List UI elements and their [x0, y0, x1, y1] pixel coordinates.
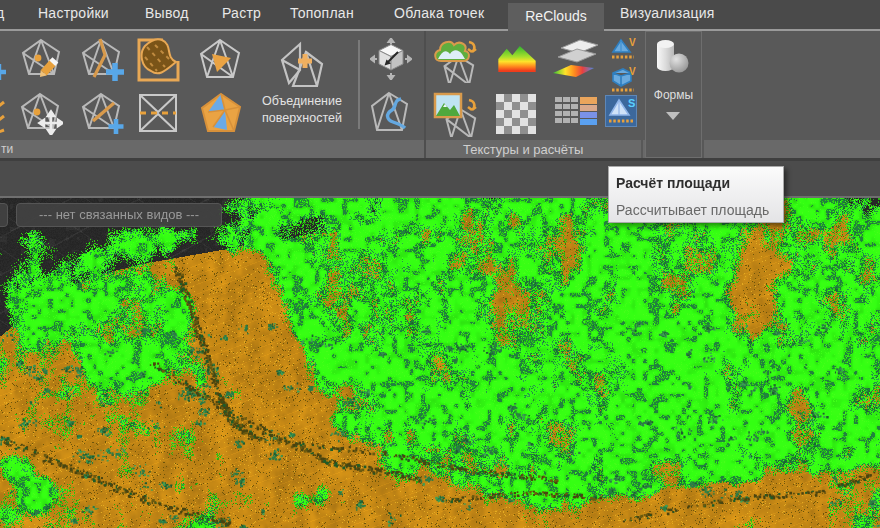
svg-text:V: V: [629, 37, 636, 48]
svg-text:V: V: [629, 66, 636, 77]
svg-text:S: S: [628, 97, 635, 109]
